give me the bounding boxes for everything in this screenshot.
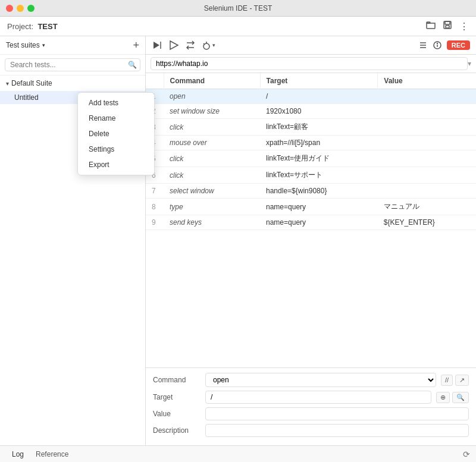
- row-value: [378, 119, 476, 136]
- default-suite[interactable]: ▾ Default Suite: [0, 76, 145, 91]
- close-button[interactable]: [6, 5, 13, 12]
- record-button[interactable]: REC: [447, 40, 470, 50]
- table-row[interactable]: 3 click linkText=顧客: [146, 119, 476, 136]
- row-command: select window: [164, 184, 260, 199]
- app-header: Project: TEST ⋮: [0, 17, 476, 36]
- bottom-panel: Command open // ↗ Target ⊕ 🔍: [146, 367, 476, 445]
- value-label: Value: [153, 410, 201, 418]
- title-bar: Selenium IDE - TEST: [0, 0, 476, 17]
- minimize-button[interactable]: [17, 5, 24, 12]
- project-info: Project: TEST: [7, 22, 58, 31]
- command-label: Command: [153, 376, 201, 384]
- col-target: Target: [260, 73, 378, 89]
- sidebar: Test suites ▾ + 🔍 ▾ Default Suite Untitl…: [0, 36, 146, 445]
- description-input[interactable]: [205, 424, 469, 437]
- refresh-icon[interactable]: ⟳: [463, 450, 470, 459]
- target-label: Target: [153, 393, 201, 401]
- info-button[interactable]: [433, 40, 442, 50]
- more-menu-icon[interactable]: ⋮: [459, 21, 469, 32]
- search-icon: 🔍: [128, 61, 137, 69]
- test-suites-button[interactable]: Test suites ▾: [6, 41, 45, 49]
- row-value: [378, 167, 476, 184]
- traffic-lights: [6, 5, 35, 12]
- window-title: Selenium IDE - TEST: [204, 4, 272, 12]
- col-num: [146, 73, 164, 89]
- svg-marker-6: [170, 41, 178, 49]
- command-field-row: Command open // ↗: [153, 373, 469, 387]
- target-input[interactable]: [205, 391, 431, 404]
- col-value: Value: [378, 73, 476, 89]
- command-docs-button[interactable]: //: [441, 375, 453, 386]
- table-row[interactable]: 2 set window size 1920x1080: [146, 104, 476, 119]
- row-target: handle=${win9080}: [260, 184, 378, 199]
- target-selector-button[interactable]: ⊕: [436, 392, 450, 403]
- row-command: click: [164, 150, 260, 167]
- tab-reference[interactable]: Reference: [30, 450, 74, 458]
- table-row[interactable]: 9 send keys name=query ${KEY_ENTER}: [146, 215, 476, 230]
- row-value: [378, 184, 476, 199]
- context-menu-settings[interactable]: Settings: [78, 142, 154, 157]
- svg-rect-2: [445, 21, 450, 24]
- open-folder-icon[interactable]: [426, 20, 436, 32]
- row-value: マニュアル: [378, 199, 476, 215]
- target-field-row: Target ⊕ 🔍: [153, 391, 469, 404]
- row-target: /: [260, 89, 378, 104]
- url-input[interactable]: [151, 57, 468, 70]
- row-target: 1920x1080: [260, 104, 378, 119]
- add-test-button[interactable]: +: [133, 40, 139, 51]
- context-menu-rename[interactable]: Rename: [78, 111, 154, 126]
- command-select[interactable]: open: [205, 373, 436, 387]
- row-number: 8: [146, 199, 164, 215]
- row-value: [378, 104, 476, 119]
- tab-log[interactable]: Log: [6, 450, 30, 458]
- url-dropdown-button[interactable]: ▾: [468, 59, 471, 68]
- search-container: 🔍: [0, 55, 145, 76]
- commands-table-container[interactable]: Command Target Value 1 open / 2 set wind…: [146, 73, 476, 367]
- context-menu-delete[interactable]: Delete: [78, 126, 154, 142]
- footer-tab-group: Log Reference: [6, 450, 74, 458]
- maximize-button[interactable]: [27, 5, 35, 12]
- main-content: ▾ REC ▾: [146, 36, 476, 445]
- repeat-button[interactable]: [185, 40, 196, 51]
- table-row[interactable]: 1 open /: [146, 89, 476, 104]
- row-value: ${KEY_ENTER}: [378, 215, 476, 230]
- table-row[interactable]: 6 click linkText=サポート: [146, 167, 476, 184]
- row-target: linkText=サポート: [260, 167, 378, 184]
- row-value: [378, 89, 476, 104]
- step-over-button[interactable]: [152, 40, 162, 51]
- context-menu-export[interactable]: Export: [78, 157, 154, 172]
- svg-rect-3: [446, 26, 449, 28]
- footer-tabs: Log Reference ⟳: [0, 445, 476, 462]
- description-field-row: Description: [153, 424, 469, 437]
- command-export-button[interactable]: ↗: [455, 375, 469, 386]
- play-button[interactable]: [168, 40, 179, 51]
- context-menu-add-tests[interactable]: Add tests: [78, 95, 154, 111]
- toolbar: ▾ REC: [146, 36, 476, 55]
- toolbar-left: ▾: [152, 40, 215, 51]
- row-command: type: [164, 199, 260, 215]
- row-command: mouse over: [164, 136, 260, 150]
- target-search-button[interactable]: 🔍: [452, 392, 469, 403]
- speed-dropdown-icon: ▾: [212, 42, 215, 48]
- row-command: open: [164, 89, 260, 104]
- speed-button[interactable]: ▾: [202, 40, 215, 50]
- row-target: name=query: [260, 199, 378, 215]
- table-row[interactable]: 4 mouse over xpath=//li[5]/span: [146, 136, 476, 150]
- commands-table: Command Target Value 1 open / 2 set wind…: [146, 73, 476, 230]
- table-row[interactable]: 8 type name=query マニュアル: [146, 199, 476, 215]
- search-input[interactable]: [5, 58, 140, 71]
- table-row[interactable]: 7 select window handle=${win9080}: [146, 184, 476, 199]
- test-suites-label: Test suites: [6, 41, 40, 49]
- command-field-icons: // ↗: [441, 375, 469, 386]
- table-row[interactable]: 5 click linkText=使用ガイド: [146, 150, 476, 167]
- url-bar: ▾: [146, 55, 476, 73]
- row-target: xpath=//li[5]/span: [260, 136, 378, 150]
- row-command: click: [164, 119, 260, 136]
- disable-button[interactable]: [418, 40, 428, 50]
- value-input[interactable]: [205, 407, 469, 420]
- save-folder-icon[interactable]: [443, 20, 452, 32]
- svg-point-15: [437, 43, 437, 44]
- row-value: [378, 150, 476, 167]
- description-label: Description: [153, 426, 201, 435]
- test-item-label: Untitled: [14, 93, 39, 102]
